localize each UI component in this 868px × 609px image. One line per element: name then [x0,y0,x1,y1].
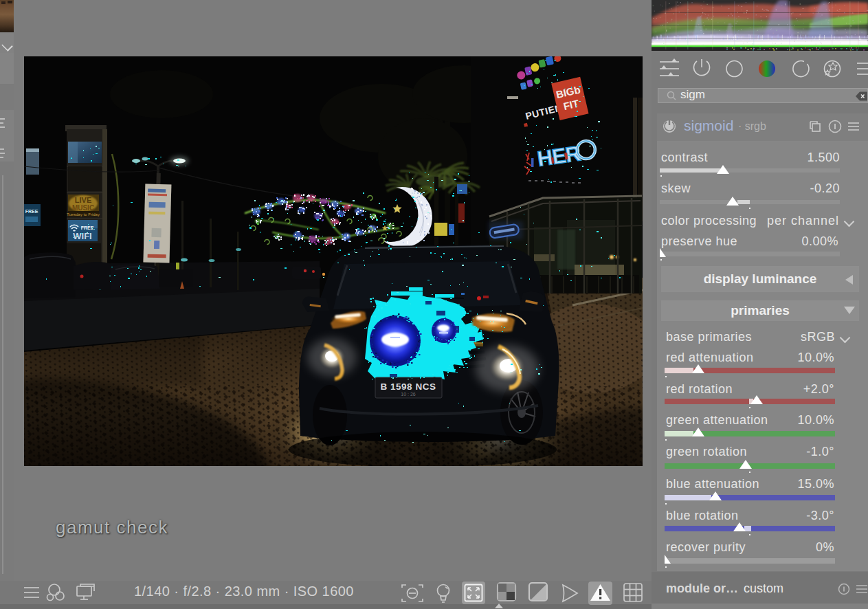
svg-text:WIFI: WIFI [73,231,91,241]
svg-text:10 : 26: 10 : 26 [401,392,416,397]
svg-text:Tuesday to Friday: Tuesday to Friday [67,212,100,217]
svg-text:FREE: FREE [81,225,94,230]
svg-text:MUSIC: MUSIC [72,204,94,212]
svg-text:FREE: FREE [25,209,38,214]
svg-text:B 1598 NCS: B 1598 NCS [381,381,436,392]
svg-text:LIVE: LIVE [75,196,91,204]
